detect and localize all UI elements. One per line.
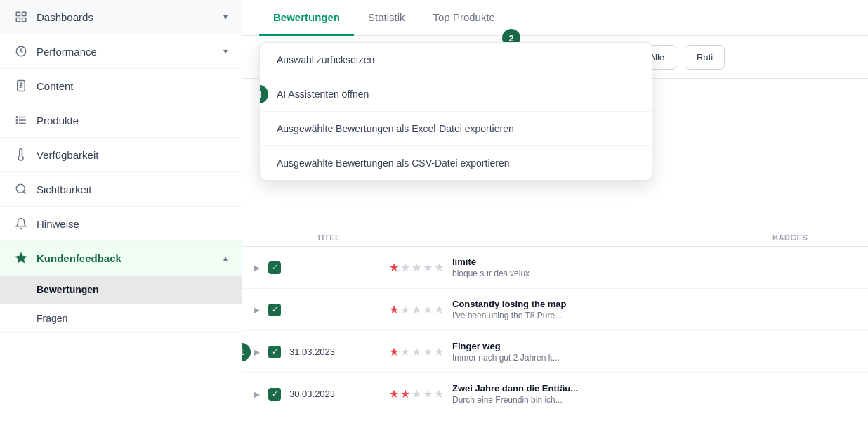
dropdown-item-reset[interactable]: Auswahl zurücksetzen: [260, 43, 652, 77]
table-header: TITEL BADGES: [242, 226, 868, 247]
table-row: ▶ 30.03.2023 ★ ★ ★ ★ ★ Zwei Jahre dann d…: [242, 373, 868, 415]
star-rating: ★ ★ ★ ★ ★: [389, 387, 444, 401]
list-icon: [14, 113, 28, 127]
search-icon: [14, 182, 28, 196]
sidebar-item-label: Performance: [37, 46, 97, 58]
date-cell: 31.03.2023: [289, 346, 381, 357]
sidebar-item-hinweise[interactable]: Hinweise: [0, 207, 242, 241]
dropdown-item-csv[interactable]: Ausgewählte Bewertungen als CSV-Datei ex…: [260, 146, 652, 180]
sidebar-sub-item-bewertungen[interactable]: Bewertungen: [0, 276, 242, 304]
chevron-up-icon: ▴: [223, 253, 228, 263]
dropdown-item-label: Auswahl zurücksetzen: [277, 54, 374, 65]
main-content: Bewertungen Statistik Top Produkte 2 Akt…: [242, 0, 868, 447]
expand-button[interactable]: ▶: [254, 347, 260, 357]
sidebar-item-kundenfeedback[interactable]: Kundenfeedback ▴: [0, 241, 242, 276]
svg-point-13: [16, 119, 18, 121]
gauge-icon: [14, 44, 28, 58]
sidebar-item-dashboards[interactable]: Dashboards ▾: [0, 0, 242, 34]
title-cell: Finger weg Immer nach gut 2 Jahren k...: [452, 341, 560, 363]
svg-rect-2: [16, 18, 20, 22]
date-cell: 30.03.2023: [289, 389, 381, 399]
tab-bewertungen[interactable]: Bewertungen: [259, 0, 354, 36]
expand-button[interactable]: ▶: [254, 389, 260, 399]
bell-icon: [14, 216, 28, 231]
table-row: 1 ▶ 31.03.2023 ★ ★ ★ ★ ★ Finger weg Imme…: [242, 331, 868, 373]
chevron-down-icon: ▾: [223, 46, 228, 56]
dropdown-item-label: Ausgewählte Bewertungen als Excel-Datei …: [277, 123, 514, 134]
checkbox[interactable]: [268, 346, 281, 358]
sidebar-item-produkte[interactable]: Produkte: [0, 103, 242, 138]
tab-top-produkte[interactable]: Top Produkte: [419, 0, 509, 36]
tabs-bar: Bewertungen Statistik Top Produkte: [242, 0, 868, 36]
sidebar: Dashboards ▾ Performance ▾ Content Produ…: [0, 0, 242, 447]
file-icon: [14, 79, 28, 93]
svg-point-12: [16, 117, 18, 118]
star-rating: ★ ★ ★ ★ ★: [389, 345, 444, 358]
thermometer-icon: [14, 148, 28, 162]
svg-rect-1: [22, 12, 26, 15]
sidebar-item-verfugbarkeit[interactable]: Verfügbarkeit: [0, 138, 242, 172]
star-icon: [14, 251, 28, 265]
step-badge-3: 3: [259, 85, 268, 103]
sidebar-sub-item-label: Fragen: [37, 313, 67, 324]
dropdown-item-ai[interactable]: 3 AI Assistenten öffnen: [260, 77, 652, 112]
sidebar-item-label: Sichtbarkeit: [37, 183, 91, 195]
star-rating: ★ ★ ★ ★ ★: [389, 303, 444, 316]
expand-button[interactable]: ▶: [254, 305, 260, 315]
sidebar-item-label: Hinweise: [37, 218, 79, 230]
sidebar-sub-item-fragen[interactable]: Fragen: [0, 304, 242, 333]
sidebar-item-content[interactable]: Content: [0, 69, 242, 103]
table-row: ▶ ★ ★ ★ ★ ★ Constantly losing the map I'…: [242, 289, 868, 331]
badges-header: BADGES: [772, 233, 857, 242]
sidebar-item-label: Kundenfeedback: [37, 252, 121, 264]
star-rating: ★ ★ ★ ★ ★: [389, 261, 444, 274]
sidebar-item-label: Dashboards: [37, 11, 93, 23]
title-cell: Zwei Jahre dann die Enttäu... Durch eine…: [452, 383, 578, 405]
sidebar-item-label: Produkte: [37, 115, 79, 127]
sidebar-item-performance[interactable]: Performance ▾: [0, 34, 242, 69]
svg-rect-0: [16, 12, 20, 15]
actions-dropdown: Auswahl zurücksetzen 3 AI Assistenten öf…: [259, 42, 652, 181]
svg-marker-17: [16, 253, 27, 263]
dropdown-item-label: AI Assistenten öffnen: [277, 89, 369, 100]
sidebar-item-sichtbarkeit[interactable]: Sichtbarkeit: [0, 172, 242, 207]
grid-icon: [14, 10, 28, 24]
rating-filter-label: Rati: [697, 52, 713, 63]
svg-point-15: [16, 184, 25, 193]
title-header: TITEL: [317, 233, 772, 242]
checkbox[interactable]: [268, 388, 281, 401]
tab-statistik[interactable]: Statistik: [354, 0, 419, 36]
chevron-down-icon: ▾: [223, 12, 228, 22]
dropdown-item-excel[interactable]: Ausgewählte Bewertungen als Excel-Datei …: [260, 112, 652, 146]
dropdown-item-label: Ausgewählte Bewertungen als CSV-Datei ex…: [277, 157, 510, 169]
svg-rect-3: [22, 18, 26, 22]
svg-line-16: [23, 191, 25, 193]
sidebar-item-label: Verfügbarkeit: [37, 149, 98, 161]
step-badge-1: 1: [242, 343, 251, 361]
title-cell: Constantly losing the map I've been usin…: [452, 299, 567, 320]
expand-button[interactable]: ▶: [254, 263, 260, 273]
sidebar-sub-item-label: Bewertungen: [37, 284, 99, 295]
table-row: ▶ ★ ★ ★ ★ ★ limité bloque sur des velux: [242, 247, 868, 289]
checkbox[interactable]: [268, 304, 281, 316]
checkbox[interactable]: [268, 261, 281, 274]
rating-filter-button[interactable]: Rati: [685, 45, 725, 70]
title-cell: limité bloque sur des velux: [452, 257, 530, 278]
sidebar-item-label: Content: [37, 80, 74, 92]
svg-point-14: [16, 123, 18, 124]
